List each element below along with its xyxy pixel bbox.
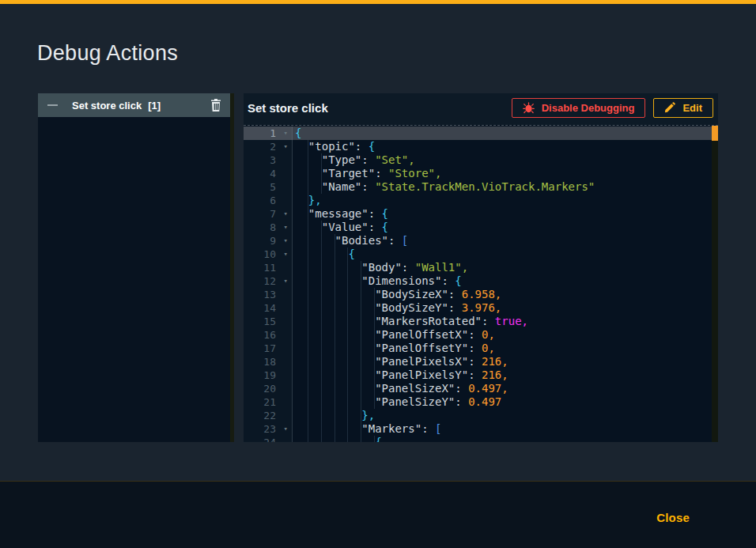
code-line-content: "Name": "State.TrackMen.VioTrack.Markers… [293, 180, 712, 194]
json-editor-lines: 1▾{2▾"topic": {3"Type": "Set",4"Target":… [244, 127, 712, 442]
actions-list: Set store click [1] [38, 93, 230, 442]
code-line-content: "Bodies": [ [293, 234, 712, 248]
code-line-content: "Dimensions": { [293, 274, 712, 288]
dialog-footer: Close [0, 481, 756, 548]
fold-toggle-icon[interactable]: ▾ [284, 235, 288, 247]
code-line[interactable]: 16"PanelOffsetX": 0, [244, 328, 712, 342]
fold-toggle-icon[interactable]: ▾ [284, 275, 288, 287]
code-line-content: "PanelOffsetX": 0, [293, 328, 712, 342]
code-line[interactable]: 23▾"Markers": [ [244, 422, 712, 436]
code-line[interactable]: 15"MarkersRotated": true, [244, 315, 712, 328]
sidebar-item-label: Set store click [72, 100, 142, 111]
gutter-line-number: 23▾ [244, 422, 293, 436]
code-line-content: "Target": "Store", [293, 167, 712, 180]
code-line[interactable]: 2▾"topic": { [244, 140, 712, 153]
gutter-line-number: 19 [244, 368, 293, 382]
disable-debugging-button[interactable]: Disable Debugging [512, 98, 646, 118]
code-line[interactable]: 11"Body": "Wall1", [244, 261, 712, 274]
gutter-line-number: 6 [244, 194, 293, 207]
header-buttons: Disable Debugging Edit [512, 98, 713, 118]
disable-debugging-label: Disable Debugging [542, 102, 635, 114]
gutter-line-number: 20 [244, 382, 293, 395]
code-line-content: "PanelOffsetY": 0, [293, 342, 712, 355]
sidebar-scrollbar[interactable] [230, 93, 234, 442]
code-line[interactable]: 22}, [244, 409, 712, 422]
gutter-line-number: 2▾ [244, 140, 293, 153]
fold-toggle-icon[interactable]: ▾ [284, 423, 288, 435]
code-line-content: "PanelSizeX": 0.497, [293, 382, 712, 395]
code-line-content: "BodySizeY": 3.976, [293, 301, 712, 315]
fold-toggle-icon[interactable]: ▾ [284, 248, 288, 260]
editor-scrollbar-track[interactable] [712, 126, 718, 442]
code-line-content: { [293, 248, 712, 261]
gutter-line-number: 15 [244, 315, 293, 328]
gutter-line-number: 21 [244, 395, 293, 409]
code-line[interactable]: 14"BodySizeY": 3.976, [244, 301, 712, 315]
code-line[interactable]: 8▾"Value": { [244, 221, 712, 234]
collapse-minus-icon[interactable] [47, 104, 58, 106]
gutter-line-number: 14 [244, 301, 293, 315]
gutter-line-number: 9▾ [244, 234, 293, 248]
gutter-line-number: 10▾ [244, 248, 293, 261]
fold-toggle-icon[interactable]: ▾ [284, 127, 288, 139]
code-line-content: "topic": { [293, 140, 712, 153]
fold-toggle-icon[interactable]: ▾ [284, 221, 288, 233]
code-line-content: "BodySizeX": 6.958, [293, 288, 712, 301]
json-editor[interactable]: 1▾{2▾"topic": {3"Type": "Set",4"Target":… [244, 125, 718, 442]
gutter-line-number: 1▾ [244, 127, 293, 140]
gutter-line-number: 12▾ [244, 274, 293, 288]
page-title: Debug Actions [37, 41, 178, 66]
action-detail-header: Set store click [244, 93, 718, 125]
fold-toggle-icon[interactable]: ▾ [284, 141, 288, 153]
sidebar-item-set-store-click[interactable]: Set store click [1] [38, 93, 230, 117]
code-line[interactable]: 5"Name": "State.TrackMen.VioTrack.Marker… [244, 180, 712, 194]
code-line[interactable]: 20"PanelSizeX": 0.497, [244, 382, 712, 395]
action-title: Set store click [248, 101, 328, 115]
gutter-line-number: 13 [244, 288, 293, 301]
action-detail-panel: Set store click [244, 93, 718, 442]
code-line-content: "MarkersRotated": true, [293, 315, 712, 328]
code-line[interactable]: 1▾{ [244, 127, 712, 140]
gutter-line-number: 16 [244, 328, 293, 342]
gutter-line-number: 4 [244, 167, 293, 180]
code-line-content: "PanelPixelsX": 216, [293, 355, 712, 368]
code-line[interactable]: 6}, [244, 194, 712, 207]
actions-list-body [38, 117, 230, 442]
code-line[interactable]: 7▾"message": { [244, 207, 712, 221]
code-line[interactable]: 4"Target": "Store", [244, 167, 712, 180]
code-line-content: }, [293, 409, 712, 422]
gutter-line-number: 3 [244, 153, 293, 167]
gutter-line-number: 5 [244, 180, 293, 194]
code-line-content: }, [293, 194, 712, 207]
gutter-line-number: 17 [244, 342, 293, 355]
code-line[interactable]: 10▾{ [244, 248, 712, 261]
code-line[interactable]: 12▾"Dimensions": { [244, 274, 712, 288]
code-line[interactable]: 21"PanelSizeY": 0.497 [244, 395, 712, 409]
code-line[interactable]: 17"PanelOffsetY": 0, [244, 342, 712, 355]
bug-icon [523, 102, 535, 114]
code-line-content: { [293, 127, 712, 140]
code-line[interactable]: 9▾"Bodies": [ [244, 234, 712, 248]
actions-sidebar: Set store click [1] [38, 93, 234, 442]
gutter-line-number: 8▾ [244, 221, 293, 234]
edit-button[interactable]: Edit [653, 98, 713, 118]
close-button[interactable]: Close [656, 511, 690, 524]
gutter-line-number: 7▾ [244, 207, 293, 221]
code-line-content: { [293, 436, 712, 442]
code-line[interactable]: 13"BodySizeX": 6.958, [244, 288, 712, 301]
delete-action-button[interactable] [210, 99, 221, 111]
code-line[interactable]: 3"Type": "Set", [244, 153, 712, 167]
gutter-line-number: 11 [244, 261, 293, 274]
code-line[interactable]: 24{ [244, 436, 712, 442]
code-line-content: "Body": "Wall1", [293, 261, 712, 274]
code-line[interactable]: 19"PanelPixelsY": 216, [244, 368, 712, 382]
code-line-content: "Value": { [293, 221, 712, 234]
gutter-line-number: 22 [244, 409, 293, 422]
code-line-content: "message": { [293, 207, 712, 221]
gutter-line-number: 24 [244, 436, 293, 442]
editor-scrollbar-thumb[interactable] [712, 126, 718, 141]
code-line-content: "Type": "Set", [293, 153, 712, 167]
code-line[interactable]: 18"PanelPixelsX": 216, [244, 355, 712, 368]
fold-toggle-icon[interactable]: ▾ [284, 208, 288, 220]
trash-icon [210, 99, 221, 111]
